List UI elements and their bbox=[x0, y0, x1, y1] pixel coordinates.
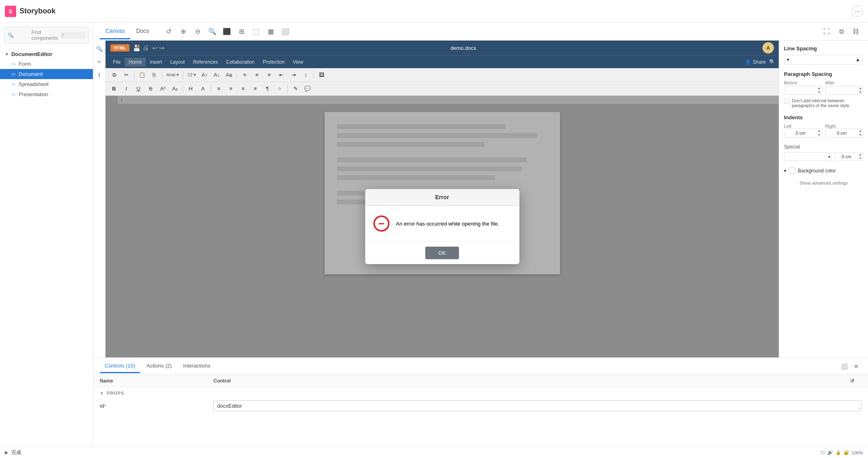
sidebar-item-presentation[interactable]: ▭ Presentation bbox=[0, 89, 93, 99]
tab-docs[interactable]: Docs bbox=[130, 24, 155, 39]
paste-icon[interactable]: 📋 bbox=[137, 70, 147, 80]
table-icon[interactable]: ▦ bbox=[265, 26, 276, 37]
font-case-icon[interactable]: Aa bbox=[224, 70, 234, 80]
line-spacing-arrow-up[interactable]: ▲ bbox=[855, 57, 860, 62]
indent-left-up[interactable]: ▲ bbox=[817, 129, 822, 133]
menu-home[interactable]: Home bbox=[125, 58, 146, 67]
tab-controls[interactable]: Controls (10) bbox=[100, 359, 140, 373]
color-swatch[interactable] bbox=[789, 168, 795, 174]
expand-icon[interactable]: ⬜ bbox=[839, 361, 849, 372]
before-up-arrow[interactable]: ▲ bbox=[817, 86, 822, 90]
list-number-icon[interactable]: ≡ bbox=[252, 70, 262, 80]
zoom-out-icon[interactable]: ⊖ bbox=[192, 26, 203, 37]
font-size-up-icon[interactable]: A↑ bbox=[199, 70, 210, 80]
font-family-selector[interactable]: Arial ▾ bbox=[165, 72, 181, 77]
font-color-button[interactable]: A bbox=[198, 84, 208, 94]
after-up-arrow[interactable]: ▲ bbox=[858, 86, 863, 90]
indent-left-icon[interactable]: ⇤ bbox=[276, 70, 286, 80]
more-options-button[interactable]: ··· bbox=[852, 6, 863, 17]
close-icon[interactable]: ✕ bbox=[851, 361, 862, 372]
menu-references[interactable]: References bbox=[189, 58, 222, 67]
play-icon[interactable]: ▶ bbox=[5, 450, 8, 455]
align-left-button[interactable]: ≡ bbox=[213, 84, 224, 94]
tab-interactions[interactable]: Interactions bbox=[178, 359, 215, 373]
nav-group-header[interactable]: ▼ DocumentEditor bbox=[0, 49, 93, 59]
share-icon[interactable]: ⧉ bbox=[836, 26, 847, 37]
align-icon[interactable]: ≡ bbox=[95, 57, 104, 67]
after-down-arrow[interactable]: ▼ bbox=[858, 90, 863, 95]
columns-icon[interactable]: ⬚ bbox=[250, 26, 262, 37]
track-changes-button[interactable]: ✎ bbox=[290, 84, 301, 94]
search-canvas-icon[interactable]: 🔍 bbox=[207, 26, 218, 37]
bold-button[interactable]: B bbox=[109, 84, 119, 94]
layout-icon[interactable]: ⬜ bbox=[280, 26, 291, 37]
menu-layout[interactable]: Layout bbox=[166, 58, 189, 67]
italic-button[interactable]: I bbox=[121, 84, 131, 94]
indent-right-down[interactable]: ▼ bbox=[858, 133, 863, 137]
align-center-button[interactable]: ≡ bbox=[226, 84, 236, 94]
underline-button[interactable]: U bbox=[133, 84, 144, 94]
align-right-button[interactable]: ≡ bbox=[238, 84, 248, 94]
special-selector[interactable]: ▾ bbox=[784, 152, 831, 161]
link-icon[interactable]: ⛓ bbox=[850, 26, 862, 37]
menu-collaboration[interactable]: Collaboration bbox=[222, 58, 259, 67]
comment-button[interactable]: 💬 bbox=[302, 84, 313, 94]
line-spacing-icon[interactable]: ↕ bbox=[300, 70, 311, 80]
special-up[interactable]: ▲ bbox=[858, 153, 863, 157]
props-chevron[interactable]: ▼ bbox=[100, 391, 104, 396]
menu-file[interactable]: File bbox=[109, 58, 125, 67]
image-icon[interactable]: ⬛ bbox=[221, 26, 233, 37]
special-down[interactable]: ▼ bbox=[858, 157, 863, 161]
sidebar-item-document[interactable]: ▭ Document bbox=[0, 69, 93, 79]
tab-canvas[interactable]: Canvas bbox=[100, 24, 130, 39]
menu-view[interactable]: View bbox=[289, 58, 308, 67]
zoom-in-icon[interactable]: ⊕ bbox=[177, 26, 189, 37]
refresh-icon[interactable]: ↺ bbox=[163, 26, 174, 37]
paragraph-button[interactable]: ¶ bbox=[262, 84, 273, 94]
info-icon[interactable]: ℹ bbox=[95, 70, 104, 80]
paste-special-icon[interactable]: ⎘ bbox=[149, 70, 159, 80]
tab-actions[interactable]: Actions (2) bbox=[142, 359, 177, 373]
font-size-down-icon[interactable]: A↓ bbox=[211, 70, 222, 80]
indent-left-value: 0 cm bbox=[784, 130, 817, 136]
save-icon[interactable]: 💾 bbox=[133, 44, 141, 52]
list-bullet-icon[interactable]: ≡ bbox=[239, 70, 250, 80]
grid-icon[interactable]: ⊞ bbox=[236, 26, 247, 37]
highlight-button[interactable]: H bbox=[185, 84, 196, 94]
dialog-ok-button[interactable]: OK bbox=[425, 247, 459, 259]
indent-left-down[interactable]: ▼ bbox=[817, 133, 822, 137]
indent-right-up[interactable]: ▲ bbox=[858, 129, 863, 133]
search-placeholder: Find components bbox=[32, 30, 58, 41]
align-justify-button[interactable]: ≡ bbox=[250, 84, 261, 94]
print-icon[interactable]: 🖨 bbox=[142, 44, 149, 52]
before-down-arrow[interactable]: ▼ bbox=[817, 90, 822, 95]
prop-input-id[interactable] bbox=[213, 400, 862, 411]
fullscreen-icon[interactable]: ⛶ bbox=[821, 26, 832, 37]
sidebar-item-form[interactable]: ▭ Form bbox=[0, 59, 93, 69]
font-size-selector[interactable]: 12 ▾ bbox=[186, 72, 198, 77]
indent-right-icon[interactable]: ⇥ bbox=[288, 70, 299, 80]
bg-color-chevron[interactable]: ▾ bbox=[784, 168, 786, 174]
undo-icon[interactable]: ↩ bbox=[152, 44, 157, 52]
shapes-button[interactable]: ○ bbox=[274, 84, 285, 94]
search-doc-icon[interactable]: 🔍 bbox=[769, 59, 775, 65]
dont-add-interval-checkbox[interactable] bbox=[784, 99, 789, 104]
resize-handle[interactable]: ⤡ bbox=[857, 406, 861, 411]
line-spacing-field[interactable]: ▾ ▲ bbox=[784, 55, 863, 65]
sidebar-item-spreadsheet[interactable]: ▭ Spreadsheet bbox=[0, 79, 93, 89]
reset-icon[interactable]: ↺ bbox=[850, 378, 862, 384]
image-insert-icon[interactable]: 🖼 bbox=[316, 70, 327, 80]
subscript-button[interactable]: A₂ bbox=[170, 84, 180, 94]
doc-share-button[interactable]: 👤 Share bbox=[745, 59, 766, 65]
strikethrough-button[interactable]: S bbox=[145, 84, 156, 94]
list-multi-icon[interactable]: ≡ bbox=[264, 70, 274, 80]
redo-icon[interactable]: ↪ bbox=[159, 44, 164, 52]
search-bar[interactable]: 🔍 Find components / bbox=[4, 27, 89, 44]
show-advanced-button[interactable]: Show advanced settings bbox=[784, 181, 863, 185]
copy-icon[interactable]: ⧉ bbox=[109, 70, 119, 80]
menu-protection[interactable]: Protection bbox=[259, 58, 289, 67]
menu-insert[interactable]: Insert bbox=[146, 58, 166, 67]
superscript-button[interactable]: A² bbox=[157, 84, 168, 94]
search-left-icon[interactable]: 🔍 bbox=[95, 44, 104, 54]
cut-icon[interactable]: ✂ bbox=[121, 70, 131, 80]
